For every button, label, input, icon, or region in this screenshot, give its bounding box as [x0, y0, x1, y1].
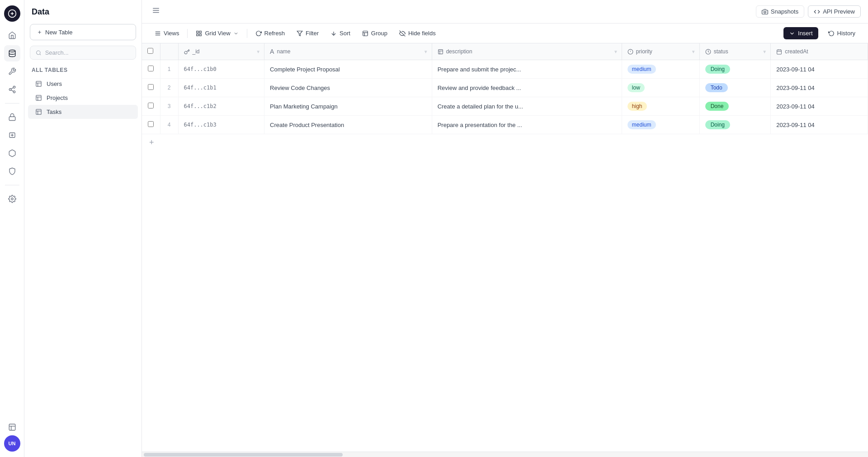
all-tables-label: All Tables [24, 67, 142, 77]
search-input[interactable] [45, 49, 130, 56]
table-row[interactable]: 2 64f...c1b1 Review Code Changes Review … [142, 79, 868, 97]
table-row[interactable]: 1 64f...c1b0 Complete Project Proposal P… [142, 60, 868, 79]
sort-arrow-status: ▼ [762, 49, 767, 54]
svg-point-26 [764, 11, 766, 13]
row-description-cell: Prepare and submit the projec... [432, 60, 622, 79]
settings-icon[interactable] [4, 191, 20, 207]
row-createdat-cell: 2023-09-11 04 [771, 97, 868, 116]
shield-icon[interactable] [4, 163, 20, 179]
table-name-label: Users [47, 80, 62, 87]
calendar-icon [776, 49, 782, 55]
row-checkbox-cell[interactable] [142, 116, 160, 134]
sidebar-table-item-projects[interactable]: Projects [28, 91, 138, 105]
sort-arrow-name: ▼ [424, 49, 428, 54]
views-button[interactable]: Views [149, 27, 184, 39]
sort-button[interactable]: Sort [325, 27, 356, 39]
row-checkbox-cell[interactable] [142, 97, 160, 116]
row-checkbox-2[interactable] [148, 103, 154, 108]
main-content: Snapshots API Preview Views Grid View [142, 0, 868, 457]
svg-rect-40 [438, 49, 443, 54]
table-row[interactable]: 3 64f...c1b2 Plan Marketing Campaign Cre… [142, 97, 868, 116]
table-icon [35, 94, 42, 101]
row-status-cell: Todo [699, 79, 771, 97]
row-checkbox-0[interactable] [148, 66, 154, 71]
table-list: Users Projects Tasks [24, 77, 142, 119]
createdat-column-header[interactable]: createdAt [771, 43, 868, 60]
toolbar-separator-2 [247, 29, 247, 38]
row-checkbox-cell[interactable] [142, 60, 160, 79]
tools-icon[interactable] [4, 63, 20, 80]
lock-icon[interactable] [4, 109, 20, 125]
scroll-indicator [144, 453, 343, 457]
sidebar-table-item-users[interactable]: Users [28, 77, 138, 91]
filter-button[interactable]: Filter [291, 27, 324, 39]
row-id-cell: 64f...c1b3 [178, 116, 264, 134]
svg-rect-30 [197, 31, 198, 33]
svg-rect-36 [363, 31, 368, 36]
refresh-button[interactable]: Refresh [250, 27, 291, 39]
priority-column-header[interactable]: priority ▼ [622, 43, 699, 60]
table-icon [35, 80, 42, 87]
history-button[interactable]: History [823, 27, 861, 39]
search-icon [36, 50, 42, 56]
cube-icon[interactable] [4, 145, 20, 161]
checkbox-header[interactable] [142, 43, 160, 60]
svg-point-1 [9, 50, 15, 52]
database-icon[interactable] [4, 45, 20, 61]
home-icon[interactable] [4, 27, 20, 43]
bottom-scrollbar[interactable] [142, 452, 868, 457]
priority-badge: high [627, 102, 647, 111]
hamburger-icon[interactable] [149, 4, 163, 19]
toolbar: Views Grid View Refresh Filter [142, 24, 868, 43]
row-name-cell: Complete Project Proposal [264, 60, 432, 79]
app-logo[interactable] [4, 5, 20, 22]
row-id-cell: 64f...c1b1 [178, 79, 264, 97]
svg-point-8 [11, 198, 13, 200]
row-checkbox-3[interactable] [148, 121, 154, 127]
snapshots-button[interactable]: Snapshots [756, 5, 804, 18]
row-checkbox-cell[interactable] [142, 79, 160, 97]
status-icon [705, 49, 711, 55]
svg-rect-32 [197, 34, 198, 36]
status-badge: Todo [705, 83, 728, 92]
group-button[interactable]: Group [357, 27, 393, 39]
description-column-header[interactable]: description ▼ [432, 43, 622, 60]
fx-icon[interactable] [4, 127, 20, 143]
table-row[interactable]: 4 64f...c1b3 Create Product Presentation… [142, 116, 868, 134]
user-avatar[interactable]: UN [4, 435, 20, 452]
api-preview-button[interactable]: API Preview [808, 5, 861, 18]
id-column-header[interactable]: _id ▼ [178, 43, 264, 60]
eye-off-icon [399, 30, 406, 37]
group-icon [362, 30, 368, 37]
row-priority-cell: high [622, 97, 699, 116]
name-column-header[interactable]: A name ▼ [264, 43, 432, 60]
layout-icon[interactable] [4, 419, 20, 435]
svg-point-3 [9, 89, 11, 91]
grid-view-button[interactable]: Grid View [190, 27, 244, 39]
row-name-cell: Create Product Presentation [264, 116, 432, 134]
add-row-button[interactable]: + [142, 134, 868, 151]
sort-arrow-id: ▼ [256, 49, 260, 54]
insert-button[interactable]: Insert [783, 27, 818, 39]
table-body: 1 64f...c1b0 Complete Project Proposal P… [142, 60, 868, 134]
share-icon[interactable] [4, 81, 20, 98]
sidebar-table-item-tasks[interactable]: Tasks [28, 105, 138, 119]
svg-rect-20 [36, 109, 41, 114]
row-id-cell: 64f...c1b0 [178, 60, 264, 79]
status-column-header[interactable]: status ▼ [699, 43, 771, 60]
select-all-checkbox[interactable] [147, 48, 153, 54]
hide-fields-button[interactable]: Hide fields [394, 27, 441, 39]
row-checkbox-1[interactable] [148, 84, 154, 90]
row-num-header [160, 43, 178, 60]
new-table-button[interactable]: ＋ New Table [30, 24, 136, 40]
svg-line-13 [40, 54, 41, 55]
sort-icon [330, 30, 337, 37]
rail-divider-2 [5, 185, 19, 185]
row-priority-cell: low [622, 79, 699, 97]
row-status-cell: Done [699, 97, 771, 116]
table-wrapper[interactable]: _id ▼ A name ▼ [142, 43, 868, 452]
table-name-label: Tasks [47, 108, 61, 115]
svg-rect-9 [9, 424, 15, 430]
row-createdat-cell: 2023-09-11 04 [771, 79, 868, 97]
text-icon: A [270, 48, 274, 55]
